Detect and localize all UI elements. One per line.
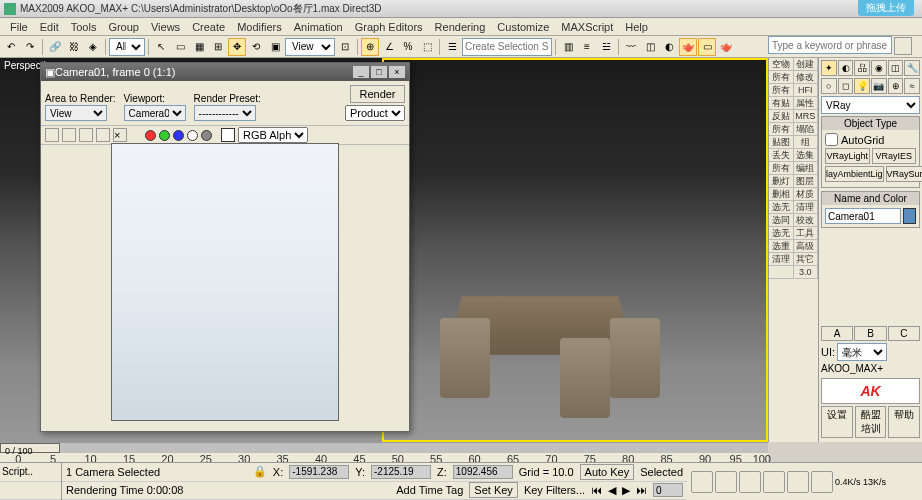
mirror-button[interactable]: ▥: [559, 38, 577, 56]
rendered-frame-button[interactable]: ▭: [698, 38, 716, 56]
side-btn[interactable]: 删相机: [769, 188, 794, 200]
rf-titlebar[interactable]: ▣ Camera01, frame 0 (1:1) _□×: [41, 63, 409, 81]
side-btn[interactable]: 其它: [794, 253, 819, 265]
upload-button[interactable]: 拖拽上传: [858, 0, 914, 16]
menu-file[interactable]: File: [4, 19, 34, 35]
snap-button[interactable]: ⊕: [361, 38, 379, 56]
side-btn[interactable]: 清理: [794, 201, 819, 213]
select-region-button[interactable]: ▦: [190, 38, 208, 56]
side-btn[interactable]: 图层: [794, 175, 819, 187]
hierarchy-tab[interactable]: 品: [854, 60, 870, 76]
category-dropdown[interactable]: VRay: [821, 96, 920, 114]
side-btn[interactable]: 选无UV: [769, 227, 794, 239]
color-swatch[interactable]: [221, 128, 235, 142]
menu-rendering[interactable]: Rendering: [429, 19, 492, 35]
side-btn[interactable]: 创建: [794, 58, 819, 70]
z-coord-input[interactable]: [453, 465, 513, 479]
settings-button[interactable]: 设置: [821, 406, 853, 438]
vrayies-button[interactable]: VRayIES: [872, 148, 917, 164]
side-btn[interactable]: 工具: [794, 227, 819, 239]
pivot-button[interactable]: ⊡: [336, 38, 354, 56]
viewport-dropdown[interactable]: Camera01: [124, 105, 186, 121]
helpers-tab[interactable]: ⊕: [888, 78, 904, 94]
side-btn[interactable]: 贴图坐标: [769, 136, 794, 148]
rollout-header[interactable]: Object Type: [822, 117, 919, 130]
edit-selset-button[interactable]: ☰: [443, 38, 461, 56]
spinner-snap-button[interactable]: ⬚: [418, 38, 436, 56]
shapes-tab[interactable]: ◻: [838, 78, 854, 94]
side-btn[interactable]: 所有层: [769, 84, 794, 96]
link-button[interactable]: 🔗: [46, 38, 64, 56]
clear-button[interactable]: ×: [113, 128, 127, 142]
side-btn[interactable]: 选重复: [769, 240, 794, 252]
side-btn[interactable]: MRS: [794, 110, 819, 122]
keyword-search[interactable]: [768, 36, 892, 54]
curve-editor-button[interactable]: 〰: [622, 38, 640, 56]
rf-minimize-button[interactable]: _: [353, 66, 369, 78]
side-btn[interactable]: 组: [794, 136, 819, 148]
keyfilters-button[interactable]: Key Filters...: [524, 484, 585, 496]
angle-snap-button[interactable]: ∠: [380, 38, 398, 56]
menu-modifiers[interactable]: Modifiers: [231, 19, 288, 35]
rendered-frame-window[interactable]: ▣ Camera01, frame 0 (1:1) _□× Area to Re…: [40, 62, 410, 432]
selection-set-input[interactable]: [462, 38, 552, 56]
search-go-button[interactable]: [894, 37, 912, 55]
menu-edit[interactable]: Edit: [34, 19, 65, 35]
clone-button[interactable]: [79, 128, 93, 142]
maximize-viewport-button[interactable]: [811, 471, 833, 493]
material-editor-button[interactable]: ◐: [660, 38, 678, 56]
display-tab[interactable]: ◫: [888, 60, 904, 76]
side-btn[interactable]: 属性: [794, 97, 819, 109]
window-crossing-button[interactable]: ⊞: [209, 38, 227, 56]
render-output-canvas[interactable]: [111, 143, 339, 421]
side-btn[interactable]: 所有组: [769, 71, 794, 83]
percent-snap-button[interactable]: %: [399, 38, 417, 56]
modify-tab[interactable]: ◐: [838, 60, 854, 76]
fov-button[interactable]: [763, 471, 785, 493]
rf-maximize-button[interactable]: □: [371, 66, 387, 78]
copy-image-button[interactable]: [62, 128, 76, 142]
side-btn[interactable]: [769, 266, 794, 278]
menu-tools[interactable]: Tools: [65, 19, 103, 35]
save-image-button[interactable]: [45, 128, 59, 142]
blue-channel-button[interactable]: [173, 130, 184, 141]
keymode-dropdown[interactable]: Selected: [640, 466, 683, 478]
menu-maxscript[interactable]: MAXScript: [555, 19, 619, 35]
side-btn[interactable]: 空物体: [769, 58, 794, 70]
x-coord-input[interactable]: [289, 465, 349, 479]
selection-filter[interactable]: All: [109, 38, 145, 56]
green-channel-button[interactable]: [159, 130, 170, 141]
maxscript-prompt[interactable]: [0, 482, 61, 501]
menu-animation[interactable]: Animation: [288, 19, 349, 35]
production-dropdown[interactable]: Production: [345, 105, 405, 121]
create-tab[interactable]: ✦: [821, 60, 837, 76]
side-btn[interactable]: 选集: [794, 149, 819, 161]
side-btn[interactable]: 删灯光: [769, 175, 794, 187]
channel-dropdown[interactable]: RGB Alpha: [238, 127, 308, 143]
bind-button[interactable]: ◈: [84, 38, 102, 56]
scale-button[interactable]: ▣: [266, 38, 284, 56]
side-btn[interactable]: 修改: [794, 71, 819, 83]
move-button[interactable]: ✥: [228, 38, 246, 56]
orbit-button[interactable]: [787, 471, 809, 493]
alpha-channel-button[interactable]: [187, 130, 198, 141]
side-btn[interactable]: 高级: [794, 240, 819, 252]
geometry-tab[interactable]: ○: [821, 78, 837, 94]
y-coord-input[interactable]: [371, 465, 431, 479]
script-listener[interactable]: Script..: [0, 463, 61, 482]
align-button[interactable]: ≡: [578, 38, 596, 56]
vraylight-button[interactable]: VRayLight: [825, 148, 870, 164]
ref-coord-dropdown[interactable]: View: [285, 38, 335, 56]
render-button[interactable]: 🫖: [717, 38, 735, 56]
side-btn[interactable]: 清理内存: [769, 253, 794, 265]
rollout-header[interactable]: Name and Color: [822, 192, 919, 205]
rotate-button[interactable]: ⟲: [247, 38, 265, 56]
preset-dropdown[interactable]: ---------------: [194, 105, 256, 121]
rf-close-button[interactable]: ×: [389, 66, 405, 78]
side-btn[interactable]: 材质: [794, 188, 819, 200]
menu-create[interactable]: Create: [186, 19, 231, 35]
layers-button[interactable]: ☱: [597, 38, 615, 56]
time-thumb[interactable]: 0 / 100: [0, 443, 60, 453]
area-dropdown[interactable]: View: [45, 105, 107, 121]
side-btn[interactable]: 校改: [794, 214, 819, 226]
